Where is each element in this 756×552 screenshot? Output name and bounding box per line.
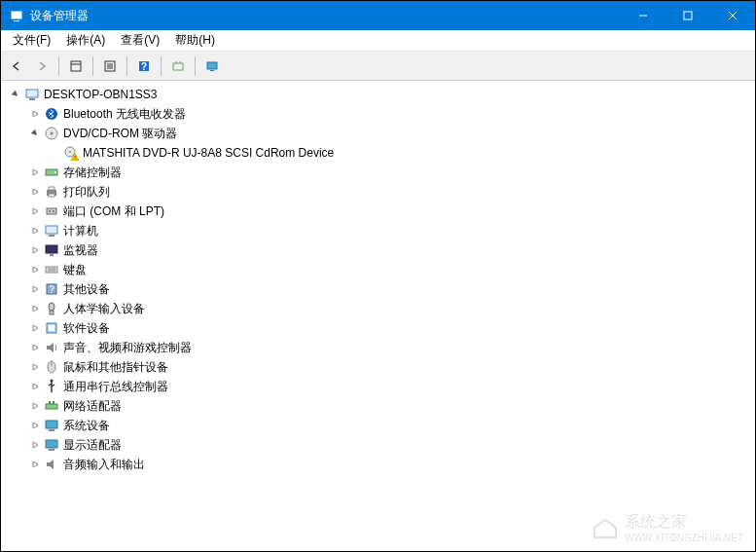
tree-category-node[interactable]: 软件设备 bbox=[9, 318, 747, 338]
expander-icon[interactable] bbox=[28, 107, 42, 121]
minimize-button[interactable] bbox=[621, 1, 666, 30]
expander-icon[interactable] bbox=[28, 224, 42, 238]
tree-node-label: 存储控制器 bbox=[63, 165, 122, 181]
svg-rect-18 bbox=[210, 70, 214, 71]
tree-node-label: 显示适配器 bbox=[63, 437, 122, 454]
svg-rect-40 bbox=[46, 267, 57, 273]
svg-point-25 bbox=[69, 151, 71, 153]
svg-point-34 bbox=[49, 210, 51, 212]
svg-rect-3 bbox=[684, 12, 692, 19]
tree-category-node[interactable]: Bluetooth 无线电收发器 bbox=[9, 104, 747, 124]
tree-node-label: 通用串行总线控制器 bbox=[63, 379, 168, 395]
tree-node-label: 端口 (COM 和 LPT) bbox=[63, 203, 164, 220]
tree-node-label: 软件设备 bbox=[63, 320, 110, 337]
expander-icon[interactable] bbox=[28, 243, 42, 257]
menu-file[interactable]: 文件(F) bbox=[5, 30, 58, 51]
audio-icon bbox=[44, 457, 59, 472]
tree-category-node[interactable]: 监视器 bbox=[9, 240, 747, 260]
expander-icon[interactable] bbox=[28, 380, 42, 393]
device-tree[interactable]: DESKTOP-OBN1SS3 Bluetooth 无线电收发器DVD/CD-R… bbox=[1, 81, 755, 551]
sound-icon bbox=[44, 340, 59, 355]
menubar: 文件(F) 操作(A) 查看(V) 帮助(H) bbox=[1, 30, 755, 52]
toolbar-separator bbox=[195, 56, 196, 76]
properties-button[interactable] bbox=[98, 55, 122, 78]
expander-icon[interactable] bbox=[9, 88, 22, 101]
menu-action[interactable]: 操作(A) bbox=[58, 30, 113, 51]
svg-rect-36 bbox=[46, 226, 57, 234]
tree-category-node[interactable]: 显示适配器 bbox=[9, 435, 747, 455]
tree-category-node[interactable]: 计算机 bbox=[9, 221, 747, 240]
expander-icon[interactable] bbox=[28, 341, 42, 354]
close-button[interactable] bbox=[710, 1, 755, 30]
toolbar-separator bbox=[58, 56, 59, 76]
expander-icon[interactable] bbox=[28, 204, 42, 218]
bluetooth-icon bbox=[44, 106, 59, 122]
svg-rect-14 bbox=[173, 63, 183, 70]
disc-warn-icon: ! bbox=[63, 145, 79, 161]
tree-category-node[interactable]: 端口 (COM 和 LPT) bbox=[9, 202, 747, 221]
toolbar-separator bbox=[161, 56, 162, 76]
menu-view[interactable]: 查看(V) bbox=[113, 30, 167, 51]
scan-button[interactable] bbox=[166, 55, 190, 78]
tree-category-node[interactable]: 键盘 bbox=[9, 260, 747, 279]
expander-icon[interactable] bbox=[28, 360, 42, 374]
expander-icon[interactable] bbox=[28, 438, 42, 452]
expander-icon[interactable] bbox=[28, 321, 42, 335]
expander-icon[interactable] bbox=[28, 458, 42, 471]
svg-text:?: ? bbox=[49, 284, 54, 295]
toolbar-separator bbox=[126, 56, 127, 76]
tree-category-node[interactable]: 音频输入和输出 bbox=[9, 455, 747, 474]
svg-rect-39 bbox=[50, 254, 54, 256]
expander-icon[interactable] bbox=[28, 419, 42, 432]
svg-rect-53 bbox=[49, 401, 51, 404]
expander-icon[interactable] bbox=[28, 399, 42, 413]
tree-category-node[interactable]: 系统设备 bbox=[9, 416, 747, 435]
show-hide-button[interactable] bbox=[64, 55, 88, 78]
expander-icon[interactable] bbox=[28, 282, 42, 296]
help-button[interactable]: ? bbox=[132, 55, 156, 78]
expander-icon[interactable] bbox=[28, 302, 42, 315]
tree-node-label: Bluetooth 无线电收发器 bbox=[63, 106, 186, 123]
svg-rect-31 bbox=[49, 187, 54, 190]
tree-category-node[interactable]: 通用串行总线控制器 bbox=[9, 377, 747, 396]
keyboard-icon bbox=[44, 262, 59, 277]
expander-icon[interactable] bbox=[28, 263, 42, 276]
tree-root-node[interactable]: DESKTOP-OBN1SS3 bbox=[9, 85, 747, 104]
devices-button[interactable] bbox=[200, 55, 224, 78]
tree-node-label: 鼠标和其他指针设备 bbox=[63, 359, 168, 376]
svg-point-45 bbox=[49, 303, 54, 311]
forward-button[interactable] bbox=[30, 55, 54, 78]
svg-rect-37 bbox=[49, 235, 54, 237]
display-icon bbox=[44, 437, 59, 453]
tree-node-label: 网络适配器 bbox=[63, 398, 122, 415]
tree-category-node[interactable]: 打印队列 bbox=[9, 182, 747, 202]
svg-point-21 bbox=[46, 108, 57, 120]
svg-point-35 bbox=[53, 210, 54, 212]
tree-category-node[interactable]: 网络适配器 bbox=[9, 396, 747, 416]
svg-rect-17 bbox=[207, 62, 217, 69]
expander-icon[interactable] bbox=[28, 166, 42, 179]
system-icon bbox=[44, 418, 59, 433]
expander-icon[interactable] bbox=[28, 127, 42, 140]
maximize-button[interactable] bbox=[666, 1, 710, 30]
tree-category-node[interactable]: 声音、视频和游戏控制器 bbox=[9, 338, 747, 357]
tree-node-label: 声音、视频和游戏控制器 bbox=[63, 340, 192, 356]
svg-rect-0 bbox=[11, 11, 22, 19]
svg-point-51 bbox=[51, 380, 54, 383]
tree-category-node[interactable]: DVD/CD-ROM 驱动器 bbox=[9, 124, 747, 143]
tree-device-node[interactable]: !MATSHITA DVD-R UJ-8A8 SCSI CdRom Device bbox=[9, 143, 747, 163]
tree-category-node[interactable]: 鼠标和其他指针设备 bbox=[9, 357, 747, 377]
tree-category-node[interactable]: 存储控制器 bbox=[9, 163, 747, 182]
menu-help[interactable]: 帮助(H) bbox=[167, 30, 223, 51]
svg-rect-6 bbox=[71, 61, 81, 71]
expander-icon[interactable] bbox=[28, 185, 42, 199]
computer-icon bbox=[44, 223, 59, 239]
svg-rect-33 bbox=[47, 208, 56, 214]
svg-rect-55 bbox=[46, 421, 57, 428]
tree-node-label: DVD/CD-ROM 驱动器 bbox=[63, 126, 177, 142]
tree-category-node[interactable]: 人体学输入设备 bbox=[9, 299, 747, 318]
window-title: 设备管理器 bbox=[30, 8, 621, 24]
mouse-icon bbox=[44, 359, 59, 375]
back-button[interactable] bbox=[5, 55, 28, 78]
tree-category-node[interactable]: ?其他设备 bbox=[9, 279, 747, 299]
